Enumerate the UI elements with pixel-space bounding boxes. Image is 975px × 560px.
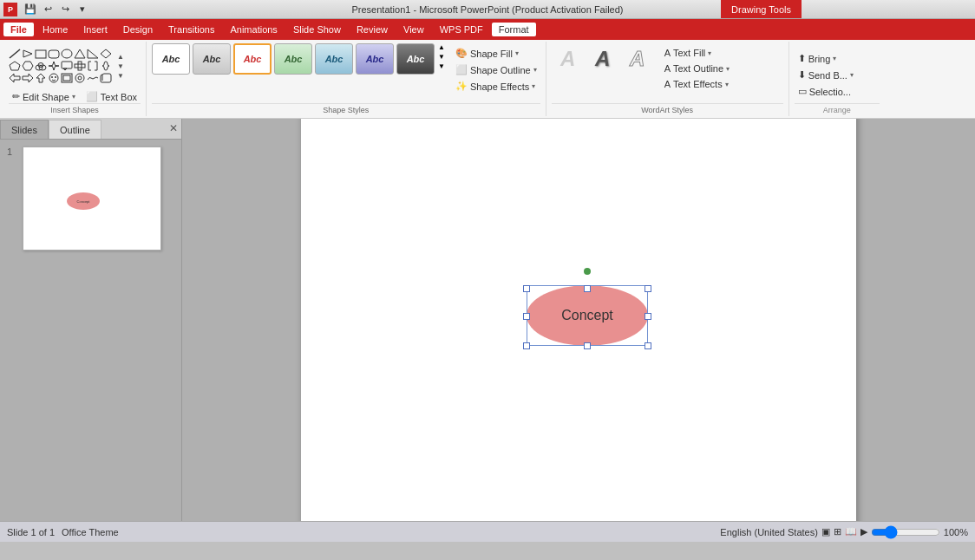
edit-shape-icon: ✏ — [12, 91, 20, 102]
slide-canvas[interactable]: Concept — [301, 119, 856, 521]
hex-shape[interactable] — [22, 61, 34, 71]
wordart-btn-2[interactable]: A — [586, 43, 619, 75]
shapes-scroll-up[interactable]: ▲ — [115, 52, 126, 61]
handle-middle-left[interactable] — [523, 313, 530, 320]
scroll-shape[interactable] — [100, 73, 112, 83]
view-slidesorter-icon[interactable]: ⊞ — [834, 526, 841, 537]
larrow-shape[interactable] — [9, 73, 21, 83]
wordart-btn-3[interactable]: A — [621, 43, 654, 75]
arrange-group: ⬆ Bring ▾ ⬇ Send B... ▾ ▭ Selectio... A — [789, 42, 885, 116]
tab-slides[interactable]: Slides — [0, 120, 49, 139]
shape-styles-content: Abc Abc Abc Abc Abc Abc Abc ▲ ▼ ▼ 🎨 Sh — [152, 43, 540, 103]
uarrow-shape[interactable] — [35, 73, 47, 83]
shape-style-3[interactable]: Abc — [233, 43, 272, 75]
menu-format[interactable]: Format — [492, 23, 536, 36]
shape-style-4[interactable]: Abc — [274, 43, 312, 75]
save-btn[interactable]: 💾 — [23, 2, 38, 17]
svg-marker-1 — [23, 50, 32, 57]
shape-style-5[interactable]: Abc — [315, 43, 353, 75]
shape-style-6[interactable]: Abc — [356, 43, 394, 75]
shape-styles-up[interactable]: ▲ — [438, 43, 445, 51]
smiley-shape[interactable] — [48, 73, 60, 83]
shape-style-7[interactable]: Abc — [396, 43, 435, 75]
customize-qat-btn[interactable]: ▾ — [75, 2, 90, 17]
handle-bottom-left[interactable] — [523, 342, 530, 349]
menu-view[interactable]: View — [396, 23, 431, 36]
menu-design[interactable]: Design — [116, 23, 160, 36]
callout-shape[interactable] — [61, 61, 73, 71]
menu-wpspdf[interactable]: WPS PDF — [433, 23, 490, 36]
slide-number-1: 1 — [7, 147, 17, 157]
shape-styles-down[interactable]: ▼ — [438, 53, 445, 61]
rarrow-shape[interactable] — [22, 73, 34, 83]
wordart-btn-1[interactable]: A — [552, 43, 585, 75]
svg-rect-17 — [75, 64, 85, 68]
send-back-btn[interactable]: ⬇ Send B... ▾ — [795, 68, 857, 81]
bracket-shape[interactable] — [87, 61, 99, 71]
menu-insert[interactable]: Insert — [76, 23, 115, 36]
text-outline-btn[interactable]: A Text Outline ▾ — [661, 62, 733, 75]
rtriangle-shape[interactable] — [87, 49, 99, 59]
svg-marker-20 — [36, 74, 45, 82]
handle-top-center[interactable] — [584, 285, 591, 292]
menu-home[interactable]: Home — [36, 23, 75, 36]
thumb-ellipse-text: Concept — [77, 199, 90, 204]
pent-shape[interactable] — [9, 61, 21, 71]
shape-styles-more[interactable]: ▼ — [438, 62, 445, 70]
shape-outline-btn[interactable]: ⬜ Shape Outline ▾ — [452, 63, 540, 76]
rounded-rect-shape[interactable] — [48, 49, 60, 59]
slide-thumbnail-area: 1 Concept — [0, 140, 181, 521]
handle-top-right[interactable] — [645, 285, 651, 292]
insert-shapes-label: Insert Shapes — [9, 103, 141, 114]
view-slideshow-icon[interactable]: ▶ — [860, 526, 867, 537]
oval-shape[interactable] — [61, 49, 73, 59]
redo-btn[interactable]: ↪ — [57, 2, 73, 17]
tab-outline[interactable]: Outline — [49, 120, 101, 139]
shapes-scroll-more[interactable]: ▼ — [115, 71, 126, 80]
wave-shape[interactable] — [87, 73, 99, 83]
bring-front-btn[interactable]: ⬆ Bring ▾ — [795, 52, 857, 65]
panel-close-btn[interactable]: ✕ — [169, 122, 178, 134]
svg-marker-13 — [49, 62, 59, 70]
view-reading-icon[interactable]: 📖 — [845, 526, 857, 537]
slide-shape-container[interactable]: Concept — [527, 277, 648, 346]
shape-style-2[interactable]: Abc — [193, 43, 231, 75]
frame-shape[interactable] — [61, 73, 73, 83]
slide-thumbnail-1[interactable]: Concept — [23, 147, 161, 251]
menu-review[interactable]: Review — [350, 23, 395, 36]
menu-animations[interactable]: Animations — [223, 23, 284, 36]
handle-bottom-right[interactable] — [645, 342, 651, 349]
rect-shape[interactable] — [35, 49, 47, 59]
menu-file[interactable]: File — [3, 23, 34, 36]
donut-shape[interactable] — [74, 73, 86, 83]
text-effects-btn[interactable]: A Text Effects ▾ — [661, 78, 733, 90]
shape-style-1[interactable]: Abc — [152, 43, 190, 75]
text-box-btn[interactable]: ⬜ Text Box — [82, 90, 141, 103]
arrow-shape[interactable] — [22, 49, 34, 59]
triangle-shape[interactable] — [74, 49, 86, 59]
cloud-shape[interactable] — [35, 61, 47, 71]
rotate-handle[interactable] — [584, 268, 591, 275]
svg-marker-6 — [88, 49, 98, 58]
diamond-shape[interactable] — [100, 49, 112, 59]
shape-effects-btn[interactable]: ✨ Shape Effects ▾ — [452, 80, 540, 93]
shapes-scroll-down[interactable]: ▼ — [115, 62, 126, 70]
menu-transitions[interactable]: Transitions — [161, 23, 221, 36]
status-bar: Slide 1 of 1 Office Theme English (Unite… — [0, 521, 975, 542]
view-normal-icon[interactable]: ▣ — [821, 526, 830, 537]
brace-shape[interactable] — [100, 61, 112, 71]
menu-slideshow[interactable]: Slide Show — [286, 23, 348, 36]
undo-btn[interactable]: ↩ — [40, 2, 56, 17]
handle-middle-right[interactable] — [645, 313, 651, 320]
text-fill-btn[interactable]: A Text Fill ▾ — [661, 47, 733, 59]
star4-shape[interactable] — [48, 61, 60, 71]
handle-bottom-center[interactable] — [584, 342, 591, 349]
edit-shape-btn[interactable]: ✏ Edit Shape ▾ — [9, 90, 79, 103]
plus-shape[interactable] — [74, 61, 86, 71]
selection-btn[interactable]: ▭ Selectio... — [795, 85, 857, 98]
line-shape[interactable] — [9, 49, 21, 59]
handle-top-left[interactable] — [523, 285, 530, 292]
shape-fill-btn[interactable]: 🎨 Shape Fill ▾ — [452, 47, 540, 60]
status-right: English (United States) ▣ ⊞ 📖 ▶ 100% — [720, 525, 968, 539]
zoom-slider[interactable] — [871, 525, 940, 539]
